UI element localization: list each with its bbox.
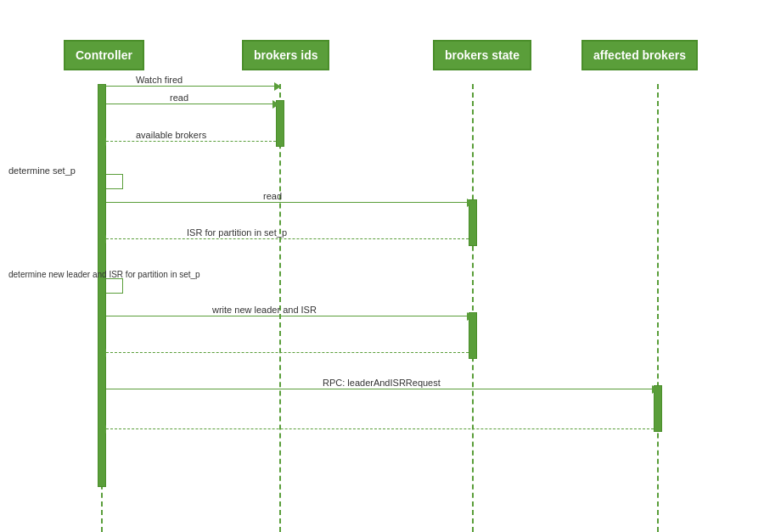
label-read-2: read xyxy=(263,191,282,201)
actor-brokers-ids: brokers ids xyxy=(242,40,329,70)
arrowhead-read-2 xyxy=(467,199,474,207)
label-write: write new leader and ISR xyxy=(212,305,317,315)
arrow-rpc xyxy=(106,389,654,389)
arrowhead-return-affected xyxy=(99,425,106,434)
label-isr: ISR for partition in set_p xyxy=(187,227,287,238)
self-note-determine-leader: determine new leader and ISR for partiti… xyxy=(8,270,200,279)
actor-controller-label: Controller xyxy=(76,48,132,62)
self-note-determine-set-p: determine set_p xyxy=(8,165,76,176)
arrowhead-return-state xyxy=(99,349,106,357)
lifeline-affected-brokers xyxy=(657,84,659,532)
arrowhead-read-1 xyxy=(272,100,279,109)
arrowhead-available-brokers xyxy=(99,137,106,146)
label-read-1: read xyxy=(170,92,188,103)
label-available-brokers: available brokers xyxy=(136,130,206,140)
arrow-available-brokers xyxy=(106,141,276,142)
label-rpc: RPC: leaderAndISRRequest xyxy=(323,378,441,388)
actor-brokers-state-label: brokers state xyxy=(445,48,520,62)
label-watch-fired: Watch fired xyxy=(136,75,183,85)
arrowhead-write xyxy=(467,312,474,321)
actor-affected-brokers: affected brokers xyxy=(581,40,698,70)
arrow-write xyxy=(106,316,469,316)
actor-affected-brokers-label: affected brokers xyxy=(593,48,686,62)
arrow-watch-fired xyxy=(106,86,276,87)
arrowhead-rpc xyxy=(652,385,659,394)
actor-brokers-state: brokers state xyxy=(433,40,531,70)
self-loop-leader xyxy=(106,278,123,294)
arrow-isr xyxy=(106,238,469,239)
sequence-diagram: Controller brokers ids brokers state aff… xyxy=(0,0,764,532)
arrow-read-2 xyxy=(106,202,469,203)
arrowhead-isr xyxy=(99,235,106,244)
arrowhead-watch-fired xyxy=(274,82,281,91)
arrow-return-state xyxy=(106,352,469,353)
self-loop-set-p xyxy=(106,174,123,189)
actor-controller: Controller xyxy=(64,40,144,70)
actor-brokers-ids-label: brokers ids xyxy=(254,48,317,62)
arrow-return-affected xyxy=(106,428,654,429)
arrow-read-1 xyxy=(106,104,274,104)
lifeline-brokers-state xyxy=(472,84,474,532)
